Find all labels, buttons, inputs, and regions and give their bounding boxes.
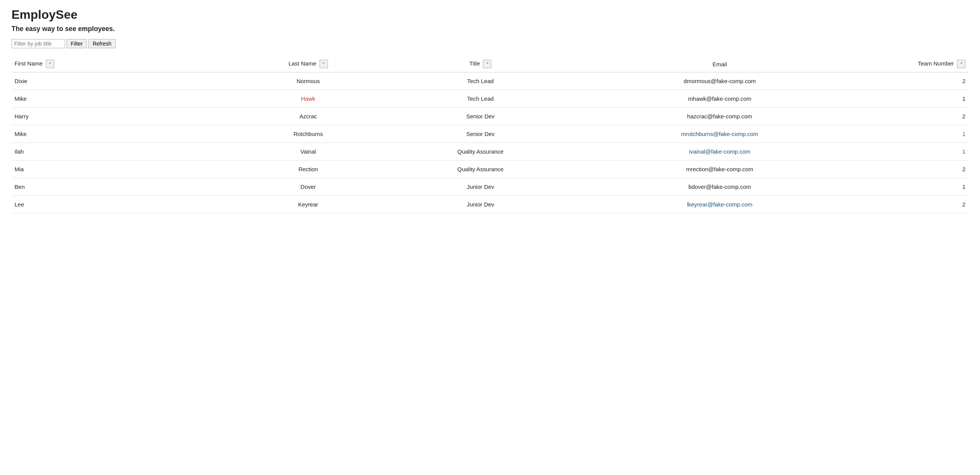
cell-lastname: Vainal bbox=[222, 143, 394, 161]
filter-button[interactable]: Filter bbox=[67, 39, 87, 48]
cell-firstname: Harry bbox=[11, 108, 222, 125]
cell-title: Senior Dev bbox=[394, 125, 566, 143]
cell-email: mrotchburns@fake-comp.com bbox=[567, 125, 873, 143]
table-row: MikeHawkTech Leadmhawk@fake-comp.com1 bbox=[11, 90, 969, 108]
cell-email: mhawk@fake-comp.com bbox=[567, 90, 873, 108]
cell-firstname: Dixie bbox=[11, 72, 222, 90]
cell-email: bdover@fake-comp.com bbox=[567, 178, 873, 196]
app-subtitle: The easy way to see employees. bbox=[11, 25, 969, 33]
cell-teamnumber: 2 bbox=[873, 108, 969, 125]
cell-lastname: Dover bbox=[222, 178, 394, 196]
table-row: HarryAzcracSenior Devhazcrac@fake-comp.c… bbox=[11, 108, 969, 125]
col-header-lastname: Last Name ⌃ bbox=[222, 56, 394, 72]
sort-lastname-button[interactable]: ⌃ bbox=[320, 60, 328, 68]
cell-title: Junior Dev bbox=[394, 196, 566, 213]
refresh-button[interactable]: Refresh bbox=[88, 39, 116, 48]
cell-teamnumber[interactable]: 1 bbox=[873, 143, 969, 161]
cell-title: Junior Dev bbox=[394, 178, 566, 196]
cell-lastname: Keyrear bbox=[222, 196, 394, 213]
cell-email: lkeyrear@fake-comp.com bbox=[567, 196, 873, 213]
table-row: IlahVainalQuality Assuranceivainal@fake-… bbox=[11, 143, 969, 161]
filter-bar: Filter Refresh bbox=[11, 39, 969, 48]
cell-title: Tech Lead bbox=[394, 72, 566, 90]
table-row: DixieNormousTech Leaddmormous@fake-comp.… bbox=[11, 72, 969, 90]
cell-lastname[interactable]: Hawk bbox=[222, 90, 394, 108]
sort-title-button[interactable]: ⌃ bbox=[483, 60, 491, 68]
cell-teamnumber: 1 bbox=[873, 90, 969, 108]
app-title: EmploySee bbox=[11, 8, 969, 22]
cell-email: hazcrac@fake-comp.com bbox=[567, 108, 873, 125]
cell-teamnumber: 2 bbox=[873, 196, 969, 213]
cell-teamnumber[interactable]: 1 bbox=[873, 125, 969, 143]
cell-firstname: Mia bbox=[11, 161, 222, 178]
cell-title: Quality Assurance bbox=[394, 143, 566, 161]
table-row: MikeRotchburnsSenior Devmrotchburns@fake… bbox=[11, 125, 969, 143]
sort-teamnumber-button[interactable]: ⌃ bbox=[957, 60, 965, 68]
col-header-teamnumber: Team Number ⌃ bbox=[873, 56, 969, 72]
table-row: MiaRectionQuality Assurancemrection@fake… bbox=[11, 161, 969, 178]
cell-teamnumber: 2 bbox=[873, 161, 969, 178]
cell-firstname: Mike bbox=[11, 90, 222, 108]
col-header-email: Email bbox=[567, 56, 873, 72]
cell-email: mrection@fake-comp.com bbox=[567, 161, 873, 178]
cell-firstname: Lee bbox=[11, 196, 222, 213]
cell-lastname: Normous bbox=[222, 72, 394, 90]
table-row: BenDoverJunior Devbdover@fake-comp.com1 bbox=[11, 178, 969, 196]
employee-table: First Name ⌃ Last Name ⌃ Title ⌃ Email T… bbox=[11, 56, 969, 213]
cell-firstname: Ben bbox=[11, 178, 222, 196]
table-row: LeeKeyrearJunior Devlkeyrear@fake-comp.c… bbox=[11, 196, 969, 213]
cell-firstname: Ilah bbox=[11, 143, 222, 161]
cell-email: ivainal@fake-comp.com bbox=[567, 143, 873, 161]
table-header-row: First Name ⌃ Last Name ⌃ Title ⌃ Email T… bbox=[11, 56, 969, 72]
cell-lastname: Rection bbox=[222, 161, 394, 178]
cell-email: dmormous@fake-comp.com bbox=[567, 72, 873, 90]
filter-input[interactable] bbox=[11, 39, 65, 48]
col-header-firstname: First Name ⌃ bbox=[11, 56, 222, 72]
sort-firstname-button[interactable]: ⌃ bbox=[46, 60, 54, 68]
cell-teamnumber: 1 bbox=[873, 178, 969, 196]
cell-lastname: Rotchburns bbox=[222, 125, 394, 143]
cell-firstname: Mike bbox=[11, 125, 222, 143]
cell-title: Quality Assurance bbox=[394, 161, 566, 178]
cell-teamnumber: 2 bbox=[873, 72, 969, 90]
cell-title: Senior Dev bbox=[394, 108, 566, 125]
cell-lastname: Azcrac bbox=[222, 108, 394, 125]
col-header-title: Title ⌃ bbox=[394, 56, 566, 72]
cell-title: Tech Lead bbox=[394, 90, 566, 108]
